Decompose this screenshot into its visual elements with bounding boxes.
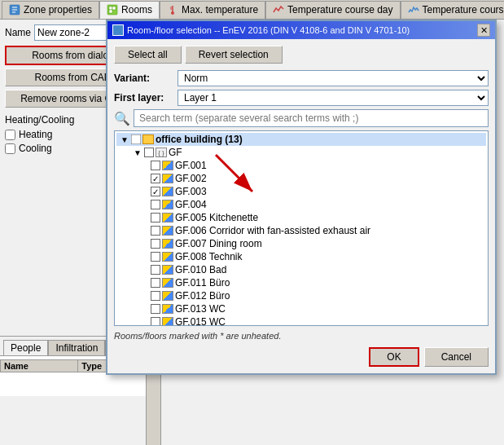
file-icon-gf003 xyxy=(162,187,173,196)
gf015-checkbox[interactable] xyxy=(151,317,160,326)
tab-max-temp-label: Max. temperature xyxy=(182,4,258,15)
tree-item-gf010[interactable]: GF.010 Bad xyxy=(116,263,486,276)
tree-item-root[interactable]: ▼ office building (13) xyxy=(116,133,486,146)
dialog-title-bar: Room-/floor selection -- EnEV 2016 (DIN … xyxy=(107,21,495,39)
dialog-close-button[interactable]: ✕ xyxy=(477,24,490,37)
file-icon-gf010 xyxy=(162,265,173,275)
tree-item-gf001[interactable]: GF.001 xyxy=(116,159,486,172)
tree-item-gf006[interactable]: GF.006 Corridor with fan-assisted exhaus… xyxy=(116,224,486,237)
file-icon-gf013 xyxy=(162,304,173,314)
heating-checkbox[interactable] xyxy=(5,130,15,140)
tree-item-gf-group[interactable]: ▼ { } GF xyxy=(116,146,486,159)
file-icon-gf007 xyxy=(162,239,173,249)
file-icon-gf006 xyxy=(162,226,173,236)
tab-temp-year[interactable]: Temperature course year xyxy=(401,1,504,19)
svg-rect-7 xyxy=(109,10,112,13)
revert-selection-button[interactable]: Revert selection xyxy=(185,46,283,64)
cooling-checkbox[interactable] xyxy=(5,143,15,154)
tree-item-gf012[interactable]: GF.012 Büro xyxy=(116,289,486,302)
root-checkbox[interactable] xyxy=(131,134,141,144)
gf006-label: GF.006 Corridor with fan-assisted exhaus… xyxy=(175,225,370,236)
tree-item-gf011[interactable]: GF.011 Büro xyxy=(116,276,486,289)
dialog: Room-/floor selection -- EnEV 2016 (DIN … xyxy=(106,20,497,375)
gf004-checkbox[interactable] xyxy=(151,200,160,209)
tree-root-label: office building (13) xyxy=(156,134,243,145)
cancel-button[interactable]: Cancel xyxy=(424,347,489,367)
footer-buttons: OK Cancel xyxy=(114,347,489,367)
gf002-checkbox[interactable]: ✓ xyxy=(151,174,160,183)
rooms-icon xyxy=(107,4,118,15)
gf001-checkbox[interactable] xyxy=(151,161,160,170)
tree-item-gf013[interactable]: GF.013 WC xyxy=(116,302,486,315)
col-name-header: Name xyxy=(1,360,78,372)
dialog-title: Room-/floor selection -- EnEV 2016 (DIN … xyxy=(127,25,410,35)
tab-people[interactable]: People xyxy=(3,340,48,355)
gf011-checkbox[interactable] xyxy=(151,278,160,288)
name-label: Name xyxy=(5,27,31,38)
max-temp-icon xyxy=(167,4,178,15)
tab-infiltration[interactable]: Infiltration xyxy=(48,340,105,355)
svg-point-9 xyxy=(171,11,174,15)
gf006-checkbox[interactable] xyxy=(151,226,160,236)
tab-rooms-label: Rooms xyxy=(121,4,152,15)
tab-zone-properties-label: Zone properties xyxy=(24,4,92,15)
tree-item-gf007[interactable]: GF.007 Dining room xyxy=(116,237,486,250)
tab-temp-day[interactable]: Temperature course day xyxy=(265,1,400,19)
gf013-label: GF.013 WC xyxy=(175,303,226,315)
gf007-label: GF.007 Dining room xyxy=(175,238,262,249)
gf002-label: GF.002 xyxy=(175,173,207,184)
file-icon-gf015 xyxy=(162,317,173,326)
search-icon: 🔍 xyxy=(114,111,130,126)
file-icon-gf002 xyxy=(162,174,173,183)
gf003-label: GF.003 xyxy=(175,186,207,197)
variant-label: Variant: xyxy=(114,73,171,84)
tree-item-gf005[interactable]: GF.005 Kitchenette xyxy=(116,211,486,224)
gf004-label: GF.004 xyxy=(175,199,207,210)
tree-item-gf015[interactable]: GF.015 WC xyxy=(116,315,486,326)
file-icon-gf004 xyxy=(162,200,173,209)
file-icon-gf008 xyxy=(162,252,173,262)
gf005-checkbox[interactable] xyxy=(151,213,160,222)
tab-zone-properties[interactable]: Zone properties xyxy=(2,1,99,19)
gf015-label: GF.015 WC xyxy=(175,316,226,326)
variant-row: Variant: Norm xyxy=(114,70,489,86)
gf011-label: GF.011 Büro xyxy=(175,277,230,289)
cooling-label: Cooling xyxy=(19,143,52,154)
ok-button[interactable]: OK xyxy=(369,347,419,367)
tree-container[interactable]: ▼ office building (13) ▼ { } GF xyxy=(114,130,489,326)
tab-max-temperature[interactable]: Max. temperature xyxy=(160,1,265,19)
root-folder-icon xyxy=(142,134,154,144)
tree-item-gf004[interactable]: GF.004 xyxy=(116,198,486,211)
tab-temp-day-label: Temperature course day xyxy=(287,4,392,15)
file-icon-gf012 xyxy=(162,291,173,301)
zone-properties-icon xyxy=(9,4,20,15)
tree-item-gf003[interactable]: ✓ GF.003 xyxy=(116,185,486,198)
dialog-title-icon xyxy=(112,24,124,36)
braces-icon: { } xyxy=(156,148,167,157)
gf008-label: GF.008 Technik xyxy=(175,251,243,262)
dialog-top-buttons: Select all Revert selection xyxy=(114,46,489,64)
temp-day-icon xyxy=(273,4,284,15)
gf007-checkbox[interactable] xyxy=(151,239,160,249)
tree-item-gf008[interactable]: GF.008 Technik xyxy=(116,250,486,263)
search-input[interactable] xyxy=(134,109,489,127)
dialog-body: Select all Revert selection Variant: Nor… xyxy=(107,39,495,373)
file-icon-gf005 xyxy=(162,213,173,222)
first-layer-select[interactable]: Layer 1 xyxy=(177,90,489,106)
file-icon-gf011 xyxy=(162,278,173,288)
gf010-checkbox[interactable] xyxy=(151,265,160,275)
variant-select[interactable]: Norm xyxy=(177,70,489,86)
gf012-label: GF.012 Büro xyxy=(175,290,230,302)
tab-rooms[interactable]: Rooms xyxy=(99,1,160,19)
gf012-checkbox[interactable] xyxy=(151,291,160,301)
gf-checkbox[interactable] xyxy=(144,148,154,157)
gf-label: GF xyxy=(169,147,182,158)
heating-label: Heating xyxy=(19,129,52,140)
select-all-button[interactable]: Select all xyxy=(114,46,182,64)
footer-text: Rooms/floors marked with * are unheated. xyxy=(114,331,489,341)
gf001-label: GF.001 xyxy=(175,160,207,171)
gf008-checkbox[interactable] xyxy=(151,252,160,262)
gf003-checkbox[interactable]: ✓ xyxy=(151,187,160,196)
tree-item-gf002[interactable]: ✓ GF.002 xyxy=(116,172,486,185)
gf013-checkbox[interactable] xyxy=(151,304,160,314)
